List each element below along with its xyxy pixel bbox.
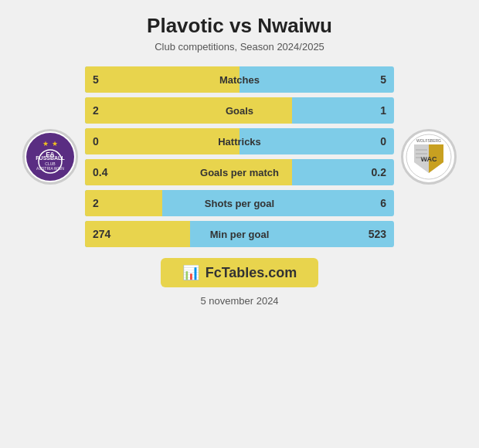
- stat-val-right: 0: [380, 135, 386, 148]
- stat-row: Goals21: [85, 97, 394, 124]
- svg-text:AUSTRIA WIEN: AUSTRIA WIEN: [36, 166, 64, 171]
- stat-val-left: 274: [93, 228, 110, 240]
- fctables-banner: 📊 FcTables.com: [161, 258, 319, 287]
- date-text: 5 november 2024: [200, 295, 278, 307]
- austria-logo: ★ ★ FUSSBALL CLUB AUSTRIA WIEN FA: [22, 129, 78, 185]
- logo-left: ★ ★ FUSSBALL CLUB AUSTRIA WIEN FA: [15, 129, 85, 185]
- star-icon: ★: [42, 140, 49, 148]
- stat-label: Min per goal: [210, 229, 270, 240]
- stat-row: Matches55: [85, 66, 394, 93]
- svg-text:FA: FA: [46, 151, 55, 158]
- stat-row: Shots per goal26: [85, 190, 394, 216]
- stat-row: Min per goal274523: [85, 221, 394, 247]
- stat-val-right: 0.2: [372, 166, 386, 178]
- logo-right: WAC WOLFSBERG: [394, 129, 464, 185]
- page-title: Plavotic vs Nwaiwu: [147, 14, 332, 38]
- stat-label: Shots per goal: [205, 198, 274, 209]
- wac-logo: WAC WOLFSBERG: [401, 129, 457, 185]
- stat-val-right: 5: [380, 73, 386, 86]
- page-subtitle: Club competitions, Season 2024/2025: [155, 41, 324, 53]
- wac-crest-svg: WAC WOLFSBERG: [405, 133, 453, 181]
- austria-crest-svg: FUSSBALL CLUB AUSTRIA WIEN FA: [36, 149, 65, 174]
- fctables-text: FcTables.com: [206, 265, 297, 281]
- svg-text:WOLFSBERG: WOLFSBERG: [416, 138, 441, 143]
- stat-val-right: 1: [380, 104, 386, 117]
- stat-row: Goals per match0.40.2: [85, 159, 394, 185]
- stat-label: Goals: [226, 105, 253, 117]
- stat-val-left: 5: [93, 73, 99, 86]
- stat-val-left: 2: [93, 104, 99, 117]
- page-container: Plavotic vs Nwaiwu Club competitions, Se…: [0, 0, 479, 448]
- stat-val-right: 6: [380, 197, 386, 209]
- bars-container: Matches55Goals21Hattricks00Goals per mat…: [85, 66, 394, 247]
- svg-text:WAC: WAC: [421, 155, 437, 163]
- stats-section: ★ ★ FUSSBALL CLUB AUSTRIA WIEN FA Matche…: [15, 66, 464, 247]
- stat-val-left: 0: [93, 135, 99, 148]
- fctables-icon: 📊: [182, 264, 199, 281]
- stat-label: Hattricks: [218, 136, 261, 148]
- star-icon: ★: [52, 140, 58, 148]
- stat-row: Hattricks00: [85, 128, 394, 154]
- stat-val-left: 2: [93, 197, 99, 209]
- stat-val-right: 523: [369, 228, 386, 240]
- stat-label: Matches: [219, 74, 260, 86]
- stat-val-left: 0.4: [93, 166, 107, 178]
- stat-label: Goals per match: [200, 167, 279, 178]
